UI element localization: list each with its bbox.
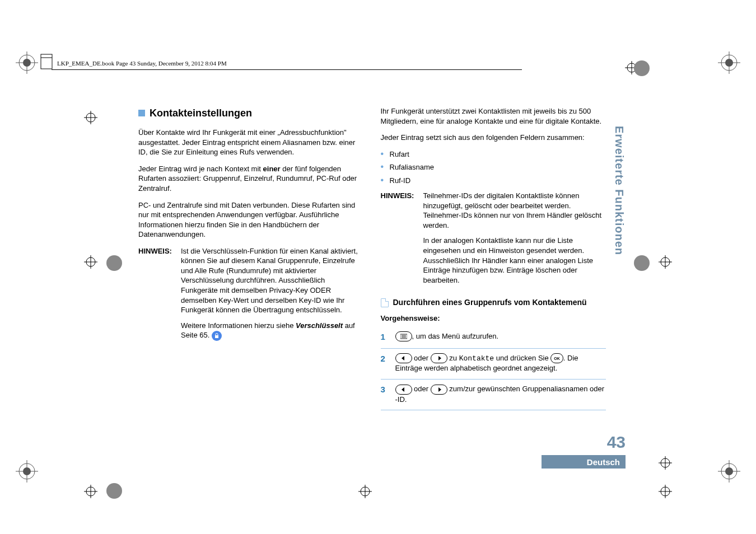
left-key-icon — [395, 353, 412, 363]
left-key-icon — [395, 385, 412, 395]
side-tab: Erweiterte Funktionen — [611, 126, 626, 277]
list-item: Rufaliasname — [381, 162, 606, 172]
book-icon — [39, 53, 54, 70]
note-text: Ist die Verschlüsseln-Funktion für einen… — [181, 246, 364, 315]
registration-icon — [659, 485, 672, 498]
paragraph: Ihr Funkgerät unterstützt zwei Kontaktli… — [381, 106, 606, 126]
note-label: HINWEIS: — [381, 191, 420, 291]
left-column: Kontakteinstellungen Über Kontakte wird … — [138, 106, 364, 465]
dot-icon — [106, 483, 122, 499]
paragraph: Jeder Eintrag setzt sich aus den folgend… — [381, 133, 606, 143]
dot-icon — [634, 255, 650, 271]
procedure-label: Vorgehensweise: — [381, 313, 606, 324]
svg-rect-40 — [41, 54, 52, 69]
step-number: 2 — [381, 353, 389, 373]
note-label: HINWEIS: — [138, 246, 178, 346]
crop-mark-icon — [16, 460, 38, 483]
step-number: 3 — [381, 384, 389, 404]
svg-marker-50 — [438, 387, 441, 392]
registration-icon — [84, 485, 97, 498]
registration-icon — [84, 255, 97, 269]
crop-mark-icon — [16, 51, 38, 74]
procedure-steps: 1 , um das Menü aufzurufen. 2 oder zu Ko… — [381, 327, 606, 410]
registration-icon — [84, 111, 97, 124]
note-text: Weitere Informationen hierzu siehe Versc… — [181, 321, 364, 341]
ok-key-icon: OK — [550, 353, 563, 363]
right-key-icon — [431, 353, 447, 363]
registration-icon — [659, 255, 672, 269]
note-block: HINWEIS: Teilnehmer-IDs der digitalen Ko… — [381, 191, 606, 291]
crop-mark-icon — [718, 51, 740, 74]
step: 2 oder zu Kontakte und drücken Sie OK. D… — [381, 349, 606, 380]
document-icon — [381, 298, 389, 307]
language-tab: Deutsch — [542, 455, 626, 469]
header-rule — [52, 69, 522, 70]
paragraph: Über Kontakte wird Ihr Funkgerät mit ein… — [138, 128, 364, 157]
note-block: HINWEIS: Ist die Verschlüsseln-Funktion … — [138, 246, 364, 346]
svg-marker-47 — [402, 356, 404, 360]
registration-icon — [358, 485, 372, 498]
step-number: 1 — [381, 331, 389, 343]
step: 3 oder zum/zur gewünschten Gruppenaliasn… — [381, 380, 606, 410]
paragraph: PC- und Zentralrufe sind mit Daten verbu… — [138, 200, 364, 240]
right-column: Ihr Funkgerät unterstützt zwei Kontaktli… — [381, 106, 606, 465]
list-item: Ruf-ID — [381, 176, 606, 186]
step: 1 , um das Menü aufzurufen. — [381, 327, 606, 349]
right-key-icon — [431, 385, 447, 395]
note-text: In der analogen Kontaktliste kann nur di… — [423, 236, 606, 285]
subsection-title: Durchführen eines Gruppenrufs vom Kontak… — [393, 297, 587, 308]
section-marker-icon — [138, 110, 145, 116]
paragraph: Jeder Eintrag wird je nach Kontext mit e… — [138, 164, 364, 194]
field-list: Rufart Rufaliasname Ruf-ID — [381, 149, 606, 186]
list-item: Rufart — [381, 149, 606, 160]
svg-rect-42 — [215, 335, 218, 338]
svg-marker-49 — [402, 387, 404, 392]
registration-icon — [659, 456, 672, 470]
menu-key-icon — [395, 331, 412, 341]
svg-marker-48 — [438, 356, 441, 360]
crop-mark-icon — [718, 460, 740, 483]
note-text: Teilnehmer-IDs der digitalen Kontaktlist… — [423, 191, 606, 230]
dot-icon — [106, 255, 122, 271]
section-title: Kontakteinstellungen — [150, 106, 252, 120]
page-header: LKP_EMEA_DE.book Page 43 Sunday, Decembe… — [57, 60, 227, 67]
dot-icon — [634, 60, 650, 76]
page-number: 43 — [607, 433, 626, 452]
lock-icon — [212, 331, 222, 341]
